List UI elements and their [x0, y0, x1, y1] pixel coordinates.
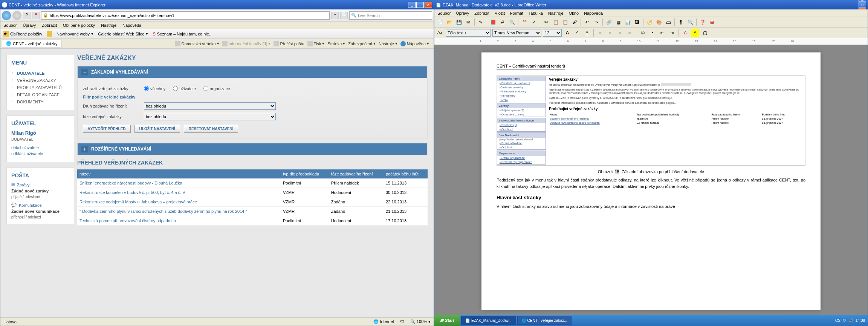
- home-button[interactable]: Domovská stránka▾: [175, 41, 219, 46]
- lo-menu-upravy[interactable]: Úpravy: [456, 11, 469, 15]
- ds-box-link[interactable]: • Detail organizace: [497, 156, 546, 160]
- print-button[interactable]: Tisk▾: [307, 41, 325, 46]
- ds-box-link[interactable]: • Rámcové smlouvy: [497, 89, 546, 94]
- fav-suggested[interactable]: Navrhované weby▾: [57, 31, 93, 36]
- radio-vsechny[interactable]: všechny: [144, 86, 165, 91]
- posta-komunikace[interactable]: 💬Komunikace: [11, 203, 69, 208]
- edit-icon[interactable]: ✎: [477, 18, 485, 26]
- save-icon[interactable]: 💾: [455, 18, 463, 26]
- lo-menu-okno[interactable]: Okno: [569, 11, 579, 15]
- table-row[interactable]: Technická pomoc při provozování čistírny…: [77, 216, 428, 226]
- lo-menu-soubor[interactable]: Soubor: [437, 11, 451, 15]
- table-row[interactable]: " Dodávka zemního plynu v rámci sdružený…: [77, 207, 428, 216]
- fontcolor-icon[interactable]: A: [681, 29, 689, 37]
- align-center-icon[interactable]: ≡: [606, 29, 614, 37]
- menu-dokumenty[interactable]: 〉DOKUMENTY: [11, 98, 69, 105]
- table-row[interactable]: Rekonstrukce vodojemů Mosty u Jablunkova…: [77, 197, 428, 207]
- nonprint-icon[interactable]: ¶: [677, 18, 685, 26]
- lo-menu-nastroje[interactable]: Nástroje: [548, 11, 564, 15]
- font-name-select[interactable]: Times New Roman: [492, 29, 541, 37]
- zoom-level[interactable]: 🔍 100% ▾: [410, 319, 431, 324]
- table-row[interactable]: Rekonstrukce koupelen v budově č. p. 500…: [77, 188, 428, 197]
- ds-box-link[interactable]: • Minitendry: [497, 94, 546, 98]
- bgcolor-icon[interactable]: ▢: [701, 29, 709, 37]
- security-button[interactable]: Zabezpečení▾: [348, 41, 376, 46]
- table-row[interactable]: Snížení energetické náročnosti budovy - …: [77, 178, 428, 188]
- fav-webslice[interactable]: Galerie oblastí Web Slice▾: [98, 31, 148, 36]
- align-justify-icon[interactable]: ≡: [625, 29, 634, 37]
- menu-detail-org[interactable]: 〉DETAIL ORGANIZACE: [11, 91, 69, 98]
- help-button[interactable]: Nápověda▾: [400, 41, 429, 46]
- feeds-button[interactable]: Informační kanály (J)▾: [222, 41, 271, 46]
- system-tray[interactable]: CS 🛡 🔊 14:08: [832, 318, 868, 323]
- lo-menu-vlozit[interactable]: Vložit: [495, 11, 505, 15]
- font-size-select[interactable]: 12: [543, 29, 562, 37]
- ds-box-link[interactable]: • Odeslané zprávy: [497, 112, 546, 117]
- address-bar[interactable]: 🔒 https://www.profilzadavatele-vz.cz/sez…: [41, 11, 330, 20]
- tab-cent[interactable]: 🌐 CENT - veřejné zakázky: [2, 40, 61, 48]
- bold-icon[interactable]: A: [563, 29, 572, 37]
- lo-menu-tabulka[interactable]: Tabulka: [529, 11, 543, 15]
- new-doc-icon[interactable]: 📄: [436, 18, 444, 26]
- numbering-icon[interactable]: ①: [639, 29, 647, 37]
- extension-icon[interactable]: ⊞: [708, 18, 716, 26]
- hyperlink-icon[interactable]: 🔗: [605, 18, 613, 26]
- tray-icon[interactable]: 🛡: [843, 318, 847, 323]
- zakazka-link[interactable]: Technická pomoc při provozování čistírny…: [79, 218, 176, 223]
- document-area[interactable]: CENT – Certifikovaný nástroj tenderů Zad…: [434, 45, 868, 317]
- minimize-button[interactable]: _: [408, 2, 416, 8]
- nav-icon[interactable]: 🧭: [645, 18, 654, 26]
- create-overview-button[interactable]: VYTVOŘIT PŘEHLED: [83, 125, 131, 133]
- paste-icon[interactable]: 📋: [561, 18, 569, 26]
- link-detail-user[interactable]: detail uživatele: [11, 145, 69, 150]
- refresh-button[interactable]: ↻: [23, 12, 31, 19]
- save-settings-button[interactable]: ULOŽIT NASTAVENÍ: [134, 125, 180, 133]
- posta-zpravy[interactable]: ✉Zprávy: [11, 182, 69, 187]
- page-button[interactable]: Stránka▾: [327, 41, 345, 46]
- lo-maximize-button[interactable]: □: [859, 2, 866, 8]
- readmail-button[interactable]: Přečíst poštu: [274, 41, 304, 46]
- menu-nastroje[interactable]: Nástroje: [101, 23, 116, 28]
- ds-box-link[interactable]: • Příchozí (1): [497, 123, 546, 127]
- ds-box-link[interactable]: • Veřejné zakázky: [497, 85, 546, 89]
- gallery-icon[interactable]: 🎨: [655, 18, 663, 26]
- ds-box-link[interactable]: • Detail uživatele: [497, 141, 546, 145]
- menu-oblibene[interactable]: Oblíbené položky: [63, 23, 95, 28]
- open-icon[interactable]: 📂: [445, 18, 454, 26]
- col-nazev[interactable]: název: [77, 169, 281, 178]
- image-icon[interactable]: 🖼: [633, 18, 641, 26]
- cut-icon[interactable]: ✂: [542, 18, 550, 26]
- compat-button[interactable]: 📄: [340, 12, 348, 19]
- zakazka-link[interactable]: Snížení energetické náročnosti budovy - …: [79, 181, 182, 185]
- horizontal-ruler[interactable]: 123456789101112131415161718: [434, 38, 868, 45]
- lo-menu-zobrazit[interactable]: Zobrazit: [474, 11, 489, 15]
- table-icon[interactable]: ▦: [614, 18, 622, 26]
- tools-button[interactable]: Nástroje▾: [379, 41, 397, 46]
- go-button[interactable]: →: [331, 12, 339, 19]
- zoom-icon[interactable]: 🔍: [686, 18, 694, 26]
- start-button[interactable]: ⊞ Start: [434, 315, 460, 326]
- link-logout[interactable]: odhlásit uživatele: [11, 151, 69, 156]
- styles-icon[interactable]: Aᴀ: [436, 29, 444, 37]
- align-right-icon[interactable]: ≡: [616, 29, 624, 37]
- autospell-icon[interactable]: ✓: [530, 18, 538, 26]
- col-pocatek[interactable]: počátek běhu lhůt: [384, 169, 428, 178]
- zakazka-link[interactable]: " Dodávka zemního plynu v rámci sdružený…: [79, 209, 247, 214]
- tray-icon[interactable]: 🔊: [849, 318, 853, 323]
- expand-icon[interactable]: +: [81, 146, 88, 152]
- indent-dec-icon[interactable]: ⇤: [658, 29, 666, 37]
- task-ezak[interactable]: 📄EZAK_Manual_Dodav...: [461, 316, 516, 325]
- zakazka-link[interactable]: Rekonstrukce koupelen v budově č. p. 500…: [79, 190, 185, 195]
- paragraph-style-select[interactable]: Tělo textu: [446, 29, 491, 37]
- highlight-icon[interactable]: A: [691, 29, 699, 37]
- ds-box-link[interactable]: • Přijaté zprávy (2): [497, 108, 546, 112]
- fav-seznam[interactable]: SSeznam – Najdu tam, co hle...: [153, 32, 212, 36]
- druh-select[interactable]: bez ohledu: [144, 102, 276, 110]
- protected-mode-icon[interactable]: 🛡: [400, 320, 404, 324]
- zakazka-link[interactable]: Rekonstrukce vodojemů Mosty u Jablunkova…: [79, 200, 197, 204]
- ds-box-link[interactable]: • Odhlásit: [497, 145, 546, 149]
- add-favorite[interactable]: [47, 31, 52, 37]
- task-cent[interactable]: 🌐CENT - veřejné zakáz...: [517, 316, 572, 325]
- menu-dodavatele[interactable]: 〉DODAVATELÉ: [11, 69, 69, 77]
- menu-napoveda[interactable]: Nápověda: [122, 23, 141, 28]
